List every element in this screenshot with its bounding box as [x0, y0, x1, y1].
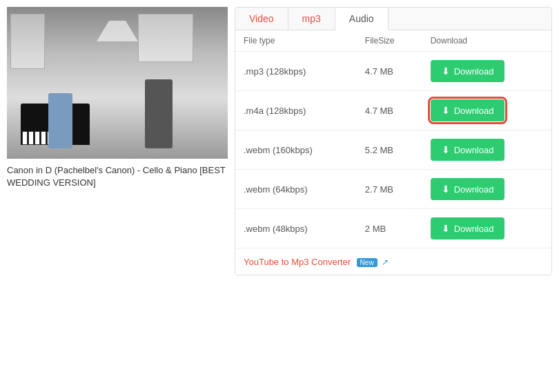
cell-file-type: .webm (160kbps): [235, 130, 357, 170]
download-button-2[interactable]: ⬇Download: [431, 139, 505, 161]
new-badge: New: [357, 258, 377, 267]
table-row: .webm (48kbps)2 MB⬇Download: [235, 209, 551, 248]
yt-converter-link[interactable]: YouTube to Mp3 Converter: [244, 257, 351, 267]
video-thumbnail: [7, 7, 228, 159]
col-file-size: FileSize: [357, 30, 422, 52]
cell-file-type: .webm (48kbps): [235, 209, 357, 248]
download-label: Download: [454, 106, 494, 116]
tab-bar: Video mp3 Audio: [235, 8, 551, 30]
table-row: .webm (64kbps)2.7 MB⬇Download: [235, 170, 551, 209]
cell-file-type: .m4a (128kbps): [235, 91, 357, 130]
download-icon: ⬇: [442, 105, 450, 116]
col-download: Download: [422, 30, 551, 52]
download-label: Download: [454, 184, 494, 195]
table-row: .webm (160kbps)5.2 MB⬇Download: [235, 130, 551, 170]
download-label: Download: [454, 224, 494, 234]
tab-video[interactable]: Video: [235, 8, 288, 30]
download-label: Download: [454, 66, 494, 77]
external-link-icon: ↗: [382, 257, 389, 267]
cell-download: ⬇Download: [422, 130, 551, 170]
tab-mp3[interactable]: mp3: [288, 8, 335, 30]
cell-file-size: 2 MB: [357, 209, 422, 248]
download-icon: ⬇: [442, 66, 450, 77]
download-icon: ⬇: [442, 144, 450, 155]
cell-download: ⬇Download: [422, 209, 551, 248]
table-row: .m4a (128kbps)4.7 MB⬇Download: [235, 91, 551, 130]
download-button-3[interactable]: ⬇Download: [431, 178, 505, 200]
left-panel: Canon in D (Pachelbel's Canon) - Cello &…: [7, 7, 235, 189]
cell-file-size: 2.7 MB: [357, 170, 422, 209]
right-panel: Video mp3 Audio File type FileSize Downl…: [235, 7, 552, 275]
cell-file-size: 4.7 MB: [357, 52, 422, 91]
table-row: .mp3 (128kbps)4.7 MB⬇Download: [235, 52, 551, 91]
cell-file-size: 5.2 MB: [357, 130, 422, 170]
cell-file-type: .webm (64kbps): [235, 170, 357, 209]
download-label: Download: [454, 145, 494, 155]
tab-audio[interactable]: Audio: [335, 8, 389, 30]
col-file-type: File type: [235, 30, 357, 52]
download-table: File type FileSize Download .mp3 (128kbp…: [235, 30, 551, 248]
cell-download: ⬇Download: [422, 52, 551, 91]
download-button-0[interactable]: ⬇Download: [431, 60, 505, 82]
video-title: Canon in D (Pachelbel's Canon) - Cello &…: [7, 164, 228, 189]
download-icon: ⬇: [442, 184, 450, 195]
footer-row: YouTube to Mp3 Converter New ↗: [235, 248, 551, 275]
download-icon: ⬇: [442, 223, 450, 234]
cell-file-size: 4.7 MB: [357, 91, 422, 130]
cell-download: ⬇Download: [422, 91, 551, 130]
download-button-1[interactable]: ⬇Download: [431, 99, 505, 121]
cell-download: ⬇Download: [422, 170, 551, 209]
download-button-4[interactable]: ⬇Download: [431, 217, 505, 239]
cell-file-type: .mp3 (128kbps): [235, 52, 357, 91]
